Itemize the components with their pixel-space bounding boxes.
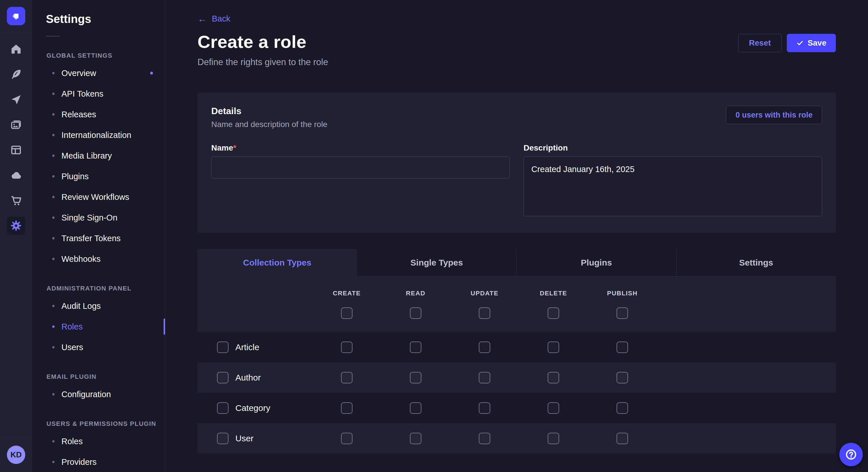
article-delete-checkbox[interactable] bbox=[548, 341, 559, 353]
permission-cell bbox=[312, 372, 381, 383]
tab-plugins[interactable]: Plugins bbox=[516, 249, 676, 276]
strapi-logo[interactable] bbox=[7, 7, 25, 25]
author-publish-checkbox[interactable] bbox=[617, 372, 628, 383]
publish-select-all-checkbox[interactable] bbox=[617, 307, 628, 319]
sidebar-item-audit-logs[interactable]: Audit Logs bbox=[32, 296, 165, 316]
tab-single-types[interactable]: Single Types bbox=[357, 249, 517, 276]
sidebar-item-roles[interactable]: Roles bbox=[32, 316, 165, 337]
author-create-checkbox[interactable] bbox=[341, 372, 352, 383]
row-label: User bbox=[236, 434, 253, 443]
name-input[interactable] bbox=[211, 157, 510, 178]
description-textarea[interactable]: Created January 16th, 2025 bbox=[524, 157, 822, 216]
category-publish-checkbox[interactable] bbox=[617, 402, 628, 414]
column-publish: PUBLISH bbox=[588, 290, 657, 319]
user-read-checkbox[interactable] bbox=[410, 433, 422, 444]
tab-settings[interactable]: Settings bbox=[676, 249, 836, 276]
sidebar-item-label: Webhooks bbox=[61, 255, 101, 264]
update-select-all-checkbox[interactable] bbox=[479, 307, 490, 319]
category-update-checkbox[interactable] bbox=[479, 402, 490, 414]
author-read-checkbox[interactable] bbox=[410, 372, 422, 383]
row-name-cell: User bbox=[197, 433, 312, 444]
bullet-icon bbox=[52, 305, 55, 307]
question-mark-icon bbox=[844, 448, 858, 461]
column-read: READ bbox=[381, 290, 450, 319]
permission-cell bbox=[519, 433, 588, 444]
cloud-icon bbox=[10, 169, 22, 181]
sidebar-item-configuration[interactable]: Configuration bbox=[32, 384, 165, 405]
author-select-checkbox[interactable] bbox=[217, 372, 228, 383]
permission-cell bbox=[588, 372, 657, 383]
paper-plane-icon bbox=[10, 94, 22, 105]
cart-icon bbox=[10, 194, 22, 206]
rail-content-manager-button[interactable] bbox=[7, 65, 25, 83]
avatar[interactable]: KD bbox=[7, 446, 25, 464]
create-select-all-checkbox[interactable] bbox=[341, 307, 352, 319]
rail-content-type-builder-button[interactable] bbox=[7, 141, 25, 159]
category-delete-checkbox[interactable] bbox=[548, 402, 559, 414]
category-select-checkbox[interactable] bbox=[217, 402, 228, 414]
sidebar-item-users[interactable]: Users bbox=[32, 337, 165, 358]
sidebar-item-media-library[interactable]: Media Library bbox=[32, 145, 165, 166]
subnav-title: Settings bbox=[46, 12, 165, 26]
user-create-checkbox[interactable] bbox=[341, 433, 352, 444]
rail-cloud-button[interactable] bbox=[7, 166, 25, 184]
sidebar-item-label: Roles bbox=[61, 322, 83, 332]
read-select-all-checkbox[interactable] bbox=[410, 307, 422, 319]
sidebar-item-plugins[interactable]: Plugins bbox=[32, 166, 165, 187]
icon-rail: KD bbox=[0, 0, 32, 472]
nav-section-label: GLOBAL SETTINGS bbox=[46, 52, 165, 59]
nav-section-email-plugin: EMAIL PLUGINConfiguration bbox=[32, 373, 165, 405]
details-card: Details Name and description of the role… bbox=[197, 93, 836, 233]
user-delete-checkbox[interactable] bbox=[548, 433, 559, 444]
bullet-icon bbox=[52, 72, 55, 74]
sidebar-item-overview[interactable]: Overview bbox=[32, 63, 165, 83]
category-create-checkbox[interactable] bbox=[341, 402, 352, 414]
user-update-checkbox[interactable] bbox=[479, 433, 490, 444]
back-link[interactable]: ← Back bbox=[197, 14, 230, 24]
rail-settings-button[interactable] bbox=[7, 216, 25, 235]
sidebar-item-label: Audit Logs bbox=[61, 301, 101, 311]
sidebar-item-providers[interactable]: Providers bbox=[32, 452, 165, 472]
help-button[interactable] bbox=[839, 443, 863, 466]
sidebar-item-review-workflows[interactable]: Review Workflows bbox=[32, 187, 165, 207]
rail-marketplace-button[interactable] bbox=[7, 191, 25, 210]
article-publish-checkbox[interactable] bbox=[617, 341, 628, 353]
sidebar-item-api-tokens[interactable]: API Tokens bbox=[32, 83, 165, 104]
permissions-tabs: Collection TypesSingle TypesPluginsSetti… bbox=[197, 249, 836, 276]
article-create-checkbox[interactable] bbox=[341, 341, 352, 353]
rail-home-button[interactable] bbox=[7, 40, 25, 58]
save-button[interactable]: Save bbox=[787, 34, 836, 52]
reset-button[interactable]: Reset bbox=[738, 34, 781, 52]
row-name-cell: Category bbox=[197, 402, 312, 414]
sidebar-item-label: API Tokens bbox=[61, 89, 103, 99]
user-publish-checkbox[interactable] bbox=[617, 433, 628, 444]
bullet-icon bbox=[52, 393, 55, 396]
sidebar-item-single-sign-on[interactable]: Single Sign-On bbox=[32, 207, 165, 228]
sidebar-item-releases[interactable]: Releases bbox=[32, 104, 165, 125]
bullet-icon bbox=[52, 237, 55, 239]
tab-collection-types[interactable]: Collection Types bbox=[197, 249, 357, 276]
bullet-icon bbox=[52, 196, 55, 198]
article-select-checkbox[interactable] bbox=[217, 341, 228, 353]
table-row-user: User bbox=[197, 423, 836, 453]
article-update-checkbox[interactable] bbox=[479, 341, 490, 353]
sidebar-item-label: Roles bbox=[61, 437, 83, 446]
nav-section-items: Configuration bbox=[32, 384, 165, 405]
rail-media-library-button[interactable] bbox=[7, 115, 25, 134]
article-read-checkbox[interactable] bbox=[410, 341, 422, 353]
user-select-checkbox[interactable] bbox=[217, 433, 228, 444]
author-update-checkbox[interactable] bbox=[479, 372, 490, 383]
sidebar-item-transfer-tokens[interactable]: Transfer Tokens bbox=[32, 228, 165, 248]
category-read-checkbox[interactable] bbox=[410, 402, 422, 414]
permission-cell bbox=[588, 341, 657, 353]
sidebar-item-label: Releases bbox=[61, 110, 96, 119]
subnav-sections: GLOBAL SETTINGSOverviewAPI TokensRelease… bbox=[32, 52, 165, 472]
rail-releases-button[interactable] bbox=[7, 90, 25, 109]
sidebar-item-internationalization[interactable]: Internationalization bbox=[32, 125, 165, 145]
sidebar-item-webhooks[interactable]: Webhooks bbox=[32, 248, 165, 269]
sidebar-item-roles[interactable]: Roles bbox=[32, 431, 165, 452]
delete-select-all-checkbox[interactable] bbox=[548, 307, 559, 319]
author-delete-checkbox[interactable] bbox=[548, 372, 559, 383]
description-field-group: Description Created January 16th, 2025 bbox=[524, 143, 822, 217]
users-with-role-button[interactable]: 0 users with this role bbox=[726, 106, 822, 124]
